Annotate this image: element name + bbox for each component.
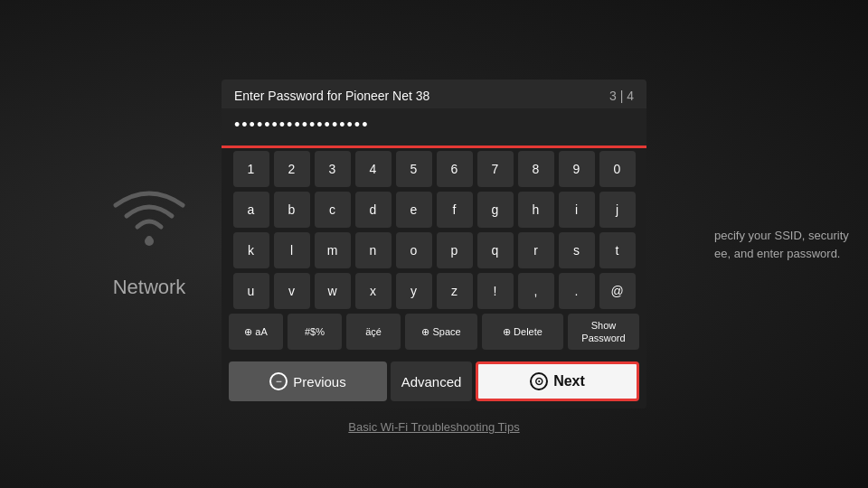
key-1[interactable]: 1 — [233, 151, 269, 187]
key-d[interactable]: d — [355, 192, 392, 228]
keyboard: 1 2 3 4 5 6 7 8 9 0 a b c d e f g h i j … — [222, 145, 646, 360]
key-period[interactable]: . — [559, 273, 595, 309]
key-p[interactable]: p — [437, 232, 473, 268]
key-m[interactable]: m — [315, 232, 351, 268]
key-l[interactable]: l — [274, 232, 310, 268]
key-n[interactable]: n — [355, 232, 392, 268]
key-space[interactable]: ⊕ Space — [405, 314, 477, 350]
previous-icon: − — [269, 372, 288, 390]
next-icon: ⊙ — [530, 372, 548, 390]
password-input-area[interactable]: •••••••••••••••••• — [222, 108, 646, 145]
password-header: Enter Password for Pioneer Net 38 3 | 4 — [222, 80, 646, 108]
key-exclaim[interactable]: ! — [477, 273, 514, 309]
key-y[interactable]: y — [396, 273, 432, 309]
key-0[interactable]: 0 — [599, 151, 636, 187]
key-k[interactable]: k — [233, 232, 269, 268]
key-i[interactable]: i — [559, 192, 595, 228]
key-symbols[interactable]: #$% — [288, 314, 342, 350]
key-3[interactable]: 3 — [315, 151, 351, 187]
key-row-k-t: k l m n o p q r s t — [229, 232, 639, 268]
key-5[interactable]: 5 — [396, 151, 432, 187]
bottom-link[interactable]: Basic Wi-Fi Troubleshooting Tips — [348, 420, 519, 434]
key-f[interactable]: f — [437, 192, 473, 228]
key-x[interactable]: x — [355, 273, 392, 309]
key-row-u-at: u v w x y z ! , . @ — [229, 273, 639, 309]
key-e[interactable]: e — [396, 192, 432, 228]
password-title: Enter Password for Pioneer Net 38 — [234, 89, 429, 103]
password-dots: •••••••••••••••••• — [234, 116, 369, 134]
key-w[interactable]: w — [315, 273, 351, 309]
key-v[interactable]: v — [274, 273, 310, 309]
key-j[interactable]: j — [599, 192, 636, 228]
wifi-area: Network — [108, 189, 190, 299]
key-c[interactable]: c — [315, 192, 351, 228]
svg-point-0 — [145, 237, 154, 246]
key-g[interactable]: g — [477, 192, 514, 228]
password-step: 3 | 4 — [609, 89, 634, 103]
key-h[interactable]: h — [518, 192, 554, 228]
key-a[interactable]: a — [233, 192, 269, 228]
key-8[interactable]: 8 — [518, 151, 554, 187]
key-row-a-j: a b c d e f g h i j — [229, 192, 639, 228]
key-9[interactable]: 9 — [559, 151, 595, 187]
key-b[interactable]: b — [274, 192, 310, 228]
key-o[interactable]: o — [396, 232, 432, 268]
next-button[interactable]: ⊙ Next — [476, 361, 639, 401]
key-s[interactable]: s — [559, 232, 595, 268]
wifi-icon — [108, 189, 190, 256]
key-4[interactable]: 4 — [355, 151, 392, 187]
password-field-wrapper: Enter Password for Pioneer Net 38 3 | 4 … — [222, 80, 646, 145]
key-accents[interactable]: äçé — [346, 314, 401, 350]
password-dialog: Enter Password for Pioneer Net 38 3 | 4 … — [222, 80, 646, 408]
previous-button[interactable]: − Previous — [229, 361, 387, 401]
key-row-numbers: 1 2 3 4 5 6 7 8 9 0 — [229, 151, 639, 187]
key-t[interactable]: t — [599, 232, 636, 268]
key-q[interactable]: q — [477, 232, 514, 268]
key-r[interactable]: r — [518, 232, 554, 268]
key-at[interactable]: @ — [599, 273, 636, 309]
key-z[interactable]: z — [437, 273, 473, 309]
action-row: − Previous Advanced ⊙ Next — [222, 361, 646, 408]
network-label: Network — [113, 276, 186, 299]
key-2[interactable]: 2 — [274, 151, 310, 187]
key-row-special: ⊕ aA #$% äçé ⊕ Space ⊕ Delete ShowPasswo… — [229, 314, 639, 350]
key-u[interactable]: u — [233, 273, 269, 309]
key-7[interactable]: 7 — [477, 151, 514, 187]
key-show-password[interactable]: ShowPassword — [568, 314, 639, 350]
key-6[interactable]: 6 — [437, 151, 473, 187]
right-hint-text: pecify your SSID, security ee, and enter… — [714, 227, 850, 262]
key-delete[interactable]: ⊕ Delete — [482, 314, 563, 350]
advanced-button[interactable]: Advanced — [391, 361, 472, 401]
key-comma[interactable]: , — [518, 273, 554, 309]
key-case-toggle[interactable]: ⊕ aA — [229, 314, 283, 350]
